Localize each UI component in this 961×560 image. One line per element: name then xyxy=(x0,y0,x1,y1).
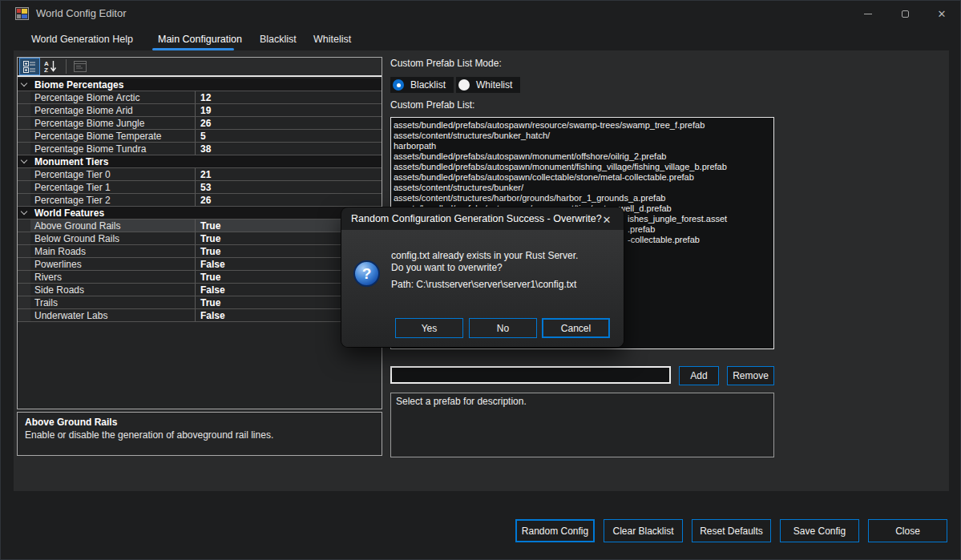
collapse-chevron-icon[interactable] xyxy=(21,80,27,87)
property-row[interactable]: Percentage Biome Arid19 xyxy=(18,104,382,117)
dialog-close-icon: ✕ xyxy=(603,214,612,226)
close-button[interactable]: ✕ xyxy=(923,1,960,26)
collapse-chevron-icon[interactable] xyxy=(21,208,27,215)
prefab-item[interactable]: assets/bundled/prefabs/autospawn/monumen… xyxy=(394,162,773,172)
maximize-button[interactable] xyxy=(886,1,923,26)
property-row[interactable]: Main RoadsTrue xyxy=(18,245,382,258)
radio-whitelist[interactable]: Whitelist xyxy=(456,77,520,93)
property-row[interactable]: Percentage Biome Arctic12 xyxy=(18,91,382,104)
minimize-button[interactable] xyxy=(850,1,886,26)
dialog-no-button[interactable]: No xyxy=(469,318,537,338)
alphabetical-sort-button[interactable]: A Z xyxy=(41,58,60,75)
prefab-item[interactable]: assets/bundled/prefabs/autospawn/collect… xyxy=(394,172,773,183)
prefab-item[interactable]: assets/content/structures/bunker_hatch/ xyxy=(394,131,773,141)
tab-whitelist[interactable]: Whitelist xyxy=(313,34,351,45)
reset-defaults-button[interactable]: Reset Defaults xyxy=(692,519,771,542)
radio-unselected-icon xyxy=(458,79,470,91)
prefab-item[interactable]: assets/bundled/prefabs/autospawn/monumen… xyxy=(394,151,773,162)
categorized-view-icon xyxy=(23,61,36,73)
property-value[interactable]: 19 xyxy=(196,104,382,116)
app-icon xyxy=(15,7,29,20)
radio-selected-icon xyxy=(393,79,404,91)
remove-button[interactable]: Remove xyxy=(727,366,774,385)
random-config-button[interactable]: Random Config xyxy=(515,519,595,542)
property-grid: A Z Biome Percentages Pe xyxy=(17,57,382,409)
property-row[interactable]: PowerlinesFalse xyxy=(18,258,382,271)
property-value[interactable]: 53 xyxy=(196,181,382,193)
category-row-world-features[interactable]: World Features xyxy=(18,207,382,220)
dialog-close-button[interactable]: ✕ xyxy=(598,212,616,228)
property-value[interactable]: 26 xyxy=(196,194,382,206)
toolbar-separator xyxy=(66,59,67,74)
question-icon: ? xyxy=(353,260,380,287)
property-help-title: Above Ground Rails xyxy=(25,417,374,428)
add-button[interactable]: Add xyxy=(679,366,719,385)
prefab-item[interactable]: assets/content/structures/bunker/ xyxy=(394,183,773,193)
property-value[interactable]: 5 xyxy=(196,130,382,142)
property-row[interactable]: TrailsTrue xyxy=(18,296,382,309)
collapse-chevron-icon[interactable] xyxy=(21,157,27,163)
prefab-item[interactable]: assets/content/structures/harbor/grounds… xyxy=(394,193,773,203)
maximize-icon xyxy=(902,10,909,18)
close-config-button[interactable]: Close xyxy=(868,519,947,542)
prefab-mode-label: Custom Prefab List Mode: xyxy=(390,58,502,69)
dialog-yes-button[interactable]: Yes xyxy=(395,318,463,338)
tab-blacklist[interactable]: Blacklist xyxy=(260,34,297,45)
radio-blacklist[interactable]: Blacklist xyxy=(390,77,454,93)
property-row[interactable]: Percentage Tier 021 xyxy=(18,168,382,181)
svg-text:Z: Z xyxy=(44,66,48,73)
category-row-monument-tiers[interactable]: Monument Tiers xyxy=(18,155,382,168)
prefab-item[interactable]: harborpath xyxy=(394,141,773,151)
property-pages-icon xyxy=(74,61,87,72)
property-row[interactable]: Percentage Biome Jungle26 xyxy=(18,117,382,130)
tab-main-configuration[interactable]: Main Configuration xyxy=(158,34,242,45)
property-row[interactable]: Percentage Biome Tundra38 xyxy=(18,143,382,155)
property-row[interactable]: Side RoadsFalse xyxy=(18,284,382,296)
property-help-text: Enable or disable the generation of abov… xyxy=(25,429,374,441)
property-row[interactable]: Percentage Tier 153 xyxy=(18,181,382,194)
alphabetical-sort-icon: A Z xyxy=(44,60,57,73)
property-row[interactable]: Underwater LabsFalse xyxy=(18,309,382,322)
property-help-panel: Above Ground Rails Enable or disable the… xyxy=(17,412,382,456)
dialog-body: ? config.txt already exists in your Rust… xyxy=(341,230,624,347)
titlebar: World Config Editor ✕ xyxy=(1,1,960,26)
categorized-view-button[interactable] xyxy=(20,58,39,75)
property-value[interactable]: 26 xyxy=(196,117,382,129)
property-grid-toolbar: A Z xyxy=(18,58,382,77)
prefab-description-box: Select a prefab for description. xyxy=(390,393,774,457)
dialog-cancel-button[interactable]: Cancel xyxy=(542,318,610,338)
dialog-path-line: Path: C:\rustserver\server\server1\confi… xyxy=(391,279,576,290)
dialog-message-line2: Do you want to overwrite? xyxy=(391,262,578,274)
property-value[interactable]: 38 xyxy=(196,143,382,155)
property-row-selected[interactable]: Above Ground RailsTrue xyxy=(18,220,382,232)
property-grid-rows: Biome Percentages Percentage Biome Arcti… xyxy=(18,79,382,322)
save-config-button[interactable]: Save Config xyxy=(780,519,859,542)
minimize-icon xyxy=(864,14,872,14)
property-row[interactable]: RiversTrue xyxy=(18,271,382,284)
property-value[interactable]: 12 xyxy=(196,91,382,103)
property-row[interactable]: Percentage Biome Temperate5 xyxy=(18,130,382,143)
category-row-biome-percentages[interactable]: Biome Percentages xyxy=(18,79,382,91)
close-icon: ✕ xyxy=(938,9,947,19)
window-title: World Config Editor xyxy=(36,7,126,19)
prefab-list-label: Custom Prefab List: xyxy=(390,99,474,111)
tab-world-generation-help[interactable]: World Generation Help xyxy=(31,34,133,45)
overwrite-dialog: Random Configuration Generation Success … xyxy=(341,207,624,347)
app-window: World Config Editor ✕ World Generation H… xyxy=(0,0,961,560)
prefab-input[interactable] xyxy=(390,366,671,384)
property-pages-button[interactable] xyxy=(71,58,90,75)
clear-blacklist-button[interactable]: Clear Blacklist xyxy=(604,519,683,542)
property-row[interactable]: Percentage Tier 226 xyxy=(18,194,382,207)
prefab-item[interactable]: assets/bundled/prefabs/autospawn/resourc… xyxy=(394,120,773,131)
dialog-title: Random Configuration Generation Success … xyxy=(351,213,602,224)
property-value[interactable]: 21 xyxy=(196,168,382,180)
dialog-message-line1: config.txt already exists in your Rust S… xyxy=(391,250,578,262)
property-row[interactable]: Below Ground RailsTrue xyxy=(18,232,382,245)
